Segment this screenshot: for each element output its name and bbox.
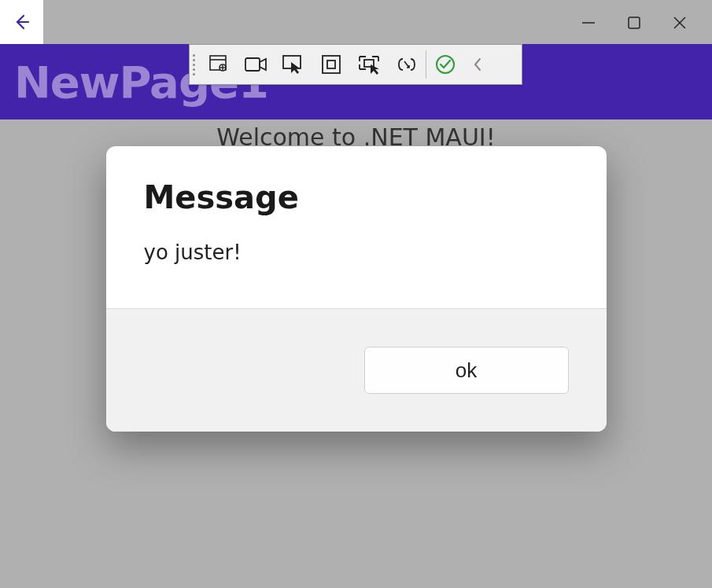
dialog-title: Message [144, 179, 569, 215]
maximize-icon [627, 16, 641, 30]
dialog-overlay: Message yo juster! ok [0, 44, 712, 588]
checkmark-icon [434, 53, 456, 75]
layout-adorners-button[interactable] [312, 46, 350, 83]
visual-tree-button[interactable] [199, 46, 237, 83]
close-button[interactable] [671, 14, 688, 31]
cursor-select-icon [282, 54, 305, 75]
svg-rect-10 [245, 58, 260, 71]
svg-rect-13 [327, 61, 335, 68]
ok-button[interactable]: ok [364, 347, 569, 394]
back-button[interactable] [0, 0, 43, 44]
dialog-body: Message yo juster! [106, 146, 607, 308]
dialog-actions: ok [106, 308, 607, 432]
hot-reload-layout-icon [356, 53, 382, 75]
select-element-button[interactable] [275, 46, 312, 83]
dialog-text: yo juster! [144, 241, 569, 264]
svg-point-15 [437, 56, 454, 73]
visual-tree-icon [207, 53, 229, 75]
track-focused-button[interactable] [350, 46, 388, 83]
collapse-toolbar-button[interactable] [464, 46, 491, 83]
message-dialog: Message yo juster! ok [106, 146, 607, 432]
close-icon [672, 15, 688, 31]
svg-rect-2 [629, 17, 640, 28]
layout-box-icon [321, 54, 341, 75]
svg-rect-12 [323, 56, 340, 73]
minimize-icon [581, 15, 596, 31]
xaml-binding-button[interactable] [388, 46, 426, 83]
maximize-button[interactable] [625, 14, 643, 31]
window-controls [580, 0, 712, 31]
minimize-button[interactable] [580, 14, 597, 31]
hot-reload-status-button[interactable] [426, 46, 464, 83]
toolbar-grip[interactable] [190, 45, 199, 84]
dev-toolbar[interactable] [189, 44, 522, 85]
video-button[interactable] [237, 46, 275, 83]
titlebar [0, 0, 712, 44]
chevron-left-icon [472, 57, 483, 72]
xaml-binding-icon [396, 55, 418, 74]
video-icon [244, 55, 267, 74]
back-arrow-icon [13, 13, 31, 31]
